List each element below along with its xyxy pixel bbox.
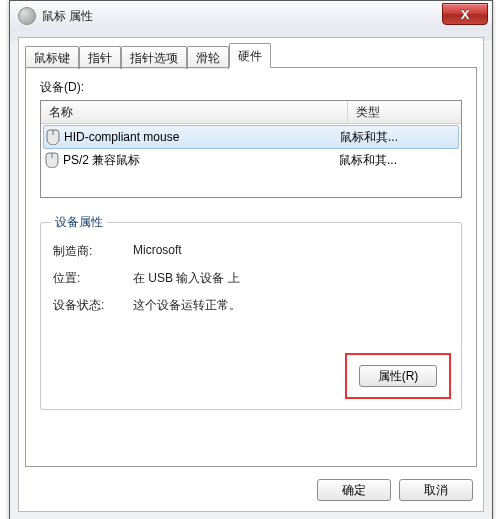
list-item[interactable]: HID-compliant mouse 鼠标和其... — [43, 125, 459, 149]
button-label: 确定 — [342, 482, 366, 499]
cell-device-name: PS/2 兼容鼠标 — [45, 152, 335, 169]
listview-header: 名称 类型 — [41, 101, 461, 124]
device-name-text: HID-compliant mouse — [64, 130, 179, 144]
properties-button[interactable]: 属性(R) — [359, 365, 437, 387]
status-row: 设备状态: 这个设备运转正常。 — [53, 297, 449, 314]
tab-label: 滑轮 — [196, 51, 220, 65]
tab-pointers[interactable]: 指针 — [79, 46, 121, 69]
tab-strip: 鼠标键 指针 指针选项 滑轮 硬件 — [19, 44, 483, 68]
cell-device-type: 鼠标和其... — [335, 152, 457, 169]
devices-label: 设备(D): — [40, 79, 462, 96]
column-type[interactable]: 类型 — [348, 101, 461, 123]
window-title: 鼠标 属性 — [42, 8, 442, 25]
mouse-icon — [46, 129, 60, 145]
tab-buttons[interactable]: 鼠标键 — [25, 46, 79, 69]
close-icon: X — [461, 7, 470, 22]
mouse-app-icon — [18, 7, 36, 25]
tab-label: 指针选项 — [130, 51, 178, 65]
cell-device-name: HID-compliant mouse — [46, 129, 336, 145]
hardware-tab-page: 设备(D): 名称 类型 HID-compliant mouse 鼠标和其... — [25, 67, 477, 467]
dialog-button-row: 确定 取消 — [317, 479, 473, 501]
ok-button[interactable]: 确定 — [317, 479, 391, 501]
button-label: 属性(R) — [378, 368, 419, 385]
devices-listview[interactable]: 名称 类型 HID-compliant mouse 鼠标和其... — [40, 100, 462, 198]
tab-hardware[interactable]: 硬件 — [229, 43, 271, 68]
location-label: 位置: — [53, 270, 133, 287]
location-value: 在 USB 输入设备 上 — [133, 270, 449, 287]
mouse-properties-window: 鼠标 属性 X 鼠标键 指针 指针选项 滑轮 硬件 设备(D): 名称 类型 — [9, 0, 493, 519]
titlebar[interactable]: 鼠标 属性 X — [10, 1, 492, 31]
device-name-text: PS/2 兼容鼠标 — [63, 152, 140, 169]
tab-label: 鼠标键 — [34, 51, 70, 65]
device-properties-group: 设备属性 制造商: Microsoft 位置: 在 USB 输入设备 上 设备状… — [40, 222, 462, 410]
client-area: 鼠标键 指针 指针选项 滑轮 硬件 设备(D): 名称 类型 HID-com — [18, 37, 484, 512]
status-label: 设备状态: — [53, 297, 133, 314]
list-item[interactable]: PS/2 兼容鼠标 鼠标和其... — [41, 149, 461, 171]
manufacturer-value: Microsoft — [133, 243, 449, 260]
tab-pointer-options[interactable]: 指针选项 — [121, 46, 187, 69]
close-button[interactable]: X — [442, 3, 488, 25]
highlight-box: 属性(R) — [345, 353, 451, 399]
manufacturer-label: 制造商: — [53, 243, 133, 260]
column-name[interactable]: 名称 — [41, 101, 348, 123]
status-value: 这个设备运转正常。 — [133, 297, 449, 314]
cancel-button[interactable]: 取消 — [399, 479, 473, 501]
groupbox-title: 设备属性 — [51, 214, 107, 231]
manufacturer-row: 制造商: Microsoft — [53, 243, 449, 260]
tab-label: 指针 — [88, 51, 112, 65]
tab-label: 硬件 — [238, 49, 262, 63]
location-row: 位置: 在 USB 输入设备 上 — [53, 270, 449, 287]
mouse-icon — [45, 152, 59, 168]
button-label: 取消 — [424, 482, 448, 499]
tab-wheel[interactable]: 滑轮 — [187, 46, 229, 69]
cell-device-type: 鼠标和其... — [336, 129, 456, 146]
